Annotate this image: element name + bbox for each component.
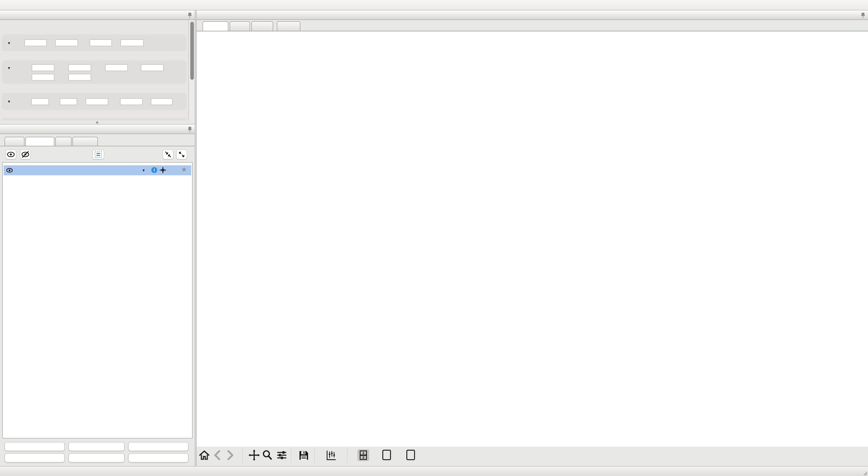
plot-panel-title — [199, 12, 201, 18]
mw-ss-field[interactable] — [68, 74, 91, 81]
eye-icon — [6, 150, 16, 159]
select-all-button[interactable] — [92, 150, 104, 159]
gnom-i0-field[interactable] — [120, 98, 143, 105]
guinier-i0-error-field[interactable] — [121, 39, 144, 46]
multi-select-icon — [93, 150, 104, 159]
tab-ifts[interactable] — [55, 137, 71, 146]
panel-divider[interactable] — [195, 10, 196, 466]
floppy-save-icon — [298, 449, 309, 461]
mw-std-field[interactable] — [141, 64, 163, 71]
sliders-icon — [276, 449, 287, 461]
subtract-button[interactable] — [128, 442, 188, 451]
guinier-button[interactable] — [4, 453, 65, 463]
collapse-all-button[interactable] — [163, 150, 174, 159]
zoom-window-button[interactable] — [23, 2, 28, 8]
gnom-i0-error-field[interactable] — [151, 98, 173, 105]
show-plot-2-button[interactable] — [406, 450, 415, 460]
control-panel-header — [0, 124, 195, 134]
info-icon[interactable]: i — [151, 167, 157, 173]
collapse-arrow-icon[interactable]: ▼ — [7, 66, 11, 71]
molecular-weight-group: ▼ — [2, 60, 187, 84]
guinier-rg-error-field[interactable] — [55, 39, 78, 46]
save-button[interactable] — [4, 442, 65, 451]
zoom-button[interactable] — [261, 449, 273, 461]
plot-panel-header — [196, 10, 868, 20]
stacked-plots-icon: 1 2 — [357, 449, 369, 461]
sash-grip-icon — [96, 121, 98, 124]
average-button[interactable] — [68, 442, 125, 451]
plot-tab-ifts[interactable] — [230, 21, 250, 31]
plot-tab-profiles[interactable] — [203, 21, 228, 31]
close-window-button[interactable] — [4, 2, 10, 8]
show-all-button[interactable] — [5, 150, 16, 159]
collapse-arrow-icon[interactable]: ▼ — [7, 100, 11, 104]
plot-toolbar: 1 2 — [196, 447, 868, 466]
chevron-down-icon[interactable]: ▼ — [142, 168, 146, 173]
mol-weight-button[interactable] — [68, 453, 125, 463]
expand-all-button[interactable] — [176, 150, 187, 159]
guinier-fit-group: ▼ — [2, 34, 187, 51]
hide-all-button[interactable] — [20, 150, 31, 159]
plot-tab-divider — [196, 31, 868, 31]
back-button[interactable] — [212, 449, 223, 461]
svg-text:2: 2 — [362, 456, 364, 459]
toolbar-separator — [347, 448, 347, 463]
tab-files[interactable] — [4, 137, 25, 146]
minimize-window-button[interactable] — [13, 2, 19, 8]
scrollbar-thumb[interactable] — [190, 22, 194, 80]
profiles-list: ▼ i ★ — [2, 162, 192, 438]
status-bar — [0, 466, 868, 476]
star-icon[interactable]: ★ — [181, 166, 187, 173]
show-plot-1-button[interactable] — [382, 450, 391, 460]
plot-tab-image[interactable] — [251, 21, 273, 31]
expand-arrows-icon — [177, 150, 187, 159]
mw-bayes-field[interactable] — [32, 74, 54, 81]
saxs-plots[interactable] — [196, 32, 868, 447]
mw-vp-field[interactable] — [68, 64, 91, 71]
guinier-i0-field[interactable] — [90, 39, 112, 46]
gnom-rg-field[interactable] — [60, 98, 77, 105]
resize-grip-icon[interactable] — [864, 472, 868, 476]
plot-tab-series[interactable] — [277, 21, 300, 31]
pin-icon[interactable] — [188, 12, 192, 19]
information-panel: ▼ ▼ ▼ — [0, 20, 195, 121]
raw-application-window: ▼ ▼ ▼ — [0, 0, 868, 476]
mw-abs-field[interactable] — [105, 64, 128, 71]
list-item-glucose-isomerase[interactable]: ▼ i ★ — [4, 165, 191, 175]
back-arrow-icon — [212, 449, 223, 461]
show-both-plots-button[interactable]: 1 2 — [357, 449, 369, 461]
gnom-rg-error-field[interactable] — [86, 98, 108, 105]
collapse-arrow-icon[interactable]: ▼ — [7, 41, 11, 46]
mw-vc-field[interactable] — [32, 64, 54, 71]
tab-series[interactable] — [72, 137, 98, 146]
toolbar-separator — [291, 448, 291, 463]
home-icon — [198, 449, 210, 461]
remove-button[interactable] — [128, 453, 188, 463]
plot-options-button[interactable] — [325, 449, 337, 461]
toolbar-separator — [242, 448, 243, 463]
move-crosshair-icon[interactable] — [159, 167, 166, 173]
forward-arrow-icon — [224, 449, 236, 461]
home-button[interactable] — [198, 449, 210, 461]
save-figure-button[interactable] — [298, 449, 309, 461]
information-panel-header — [0, 10, 195, 20]
pin-icon[interactable] — [861, 12, 865, 19]
bift-group — [2, 118, 187, 121]
tab-profiles[interactable] — [25, 137, 54, 146]
pin-icon[interactable] — [188, 126, 192, 133]
tab-divider — [0, 146, 195, 146]
eye-icon[interactable] — [6, 167, 13, 173]
subplot-settings-button[interactable] — [276, 449, 287, 461]
scrollbar-track[interactable] — [188, 20, 195, 121]
guinier-rg-field[interactable] — [25, 39, 46, 46]
line-color-swatch[interactable] — [169, 169, 178, 172]
pan-button[interactable] — [248, 449, 260, 461]
plot-canvas[interactable] — [196, 32, 868, 447]
gnom-dmax-field[interactable] — [31, 98, 49, 105]
magnifier-icon — [261, 449, 273, 461]
eye-slash-icon — [21, 150, 30, 159]
errorbar-plot-icon — [325, 449, 337, 461]
panel-sash[interactable] — [0, 121, 195, 124]
forward-button[interactable] — [224, 449, 236, 461]
window-titlebar — [0, 0, 868, 10]
